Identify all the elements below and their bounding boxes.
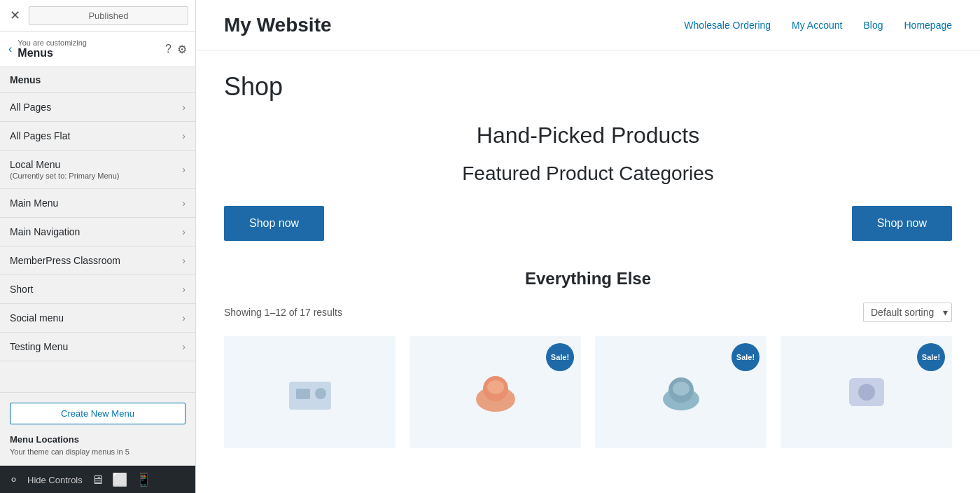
menu-item-social-menu[interactable]: Social menu › <box>0 304 195 333</box>
bottom-section: Create New Menu Menu Locations Your them… <box>0 392 195 466</box>
customizing-title: Menus <box>18 47 87 60</box>
menu-item-short[interactable]: Short › <box>0 275 195 304</box>
sale-badge: Sale! <box>546 343 574 371</box>
nav-link-homepage[interactable]: Homepage <box>904 20 953 31</box>
svg-point-2 <box>315 388 326 399</box>
shop-now-row: Shop now Shop now <box>224 206 952 241</box>
menu-locations-sub: Your theme can display menus in 5 <box>10 447 186 456</box>
nav-link-blog[interactable]: Blog <box>863 20 883 31</box>
right-panel: My Website Wholesale OrderingMy AccountB… <box>196 0 980 493</box>
chevron-right-icon: › <box>182 102 186 113</box>
menu-item-sub: (Currently set to: Primary Menu) <box>10 172 119 180</box>
chevron-right-icon: › <box>182 312 186 324</box>
product-card: Sale! <box>410 336 581 448</box>
menu-item-local-menu[interactable]: Local Menu (Currently set to: Primary Me… <box>0 151 195 189</box>
tablet-view-button[interactable]: ⬜ <box>112 472 127 487</box>
product-image <box>653 364 709 420</box>
menu-item-memberpress-classroom[interactable]: MemberPress Classroom › <box>0 246 195 275</box>
menu-item-label: Short <box>10 284 33 295</box>
create-new-menu-button[interactable]: Create New Menu <box>10 403 186 424</box>
menu-item-label: MemberPress Classroom <box>10 255 120 266</box>
featured-title: Featured Product Categories <box>224 162 952 185</box>
product-grid: Sale! Sale! Sale! <box>224 336 952 448</box>
mobile-view-button[interactable]: 📱 <box>136 472 151 487</box>
published-button[interactable]: Published <box>29 6 188 25</box>
site-title: My Website <box>224 14 332 36</box>
site-nav: Wholesale OrderingMy AccountBlogHomepage <box>684 20 952 31</box>
nav-link-wholesale[interactable]: Wholesale Ordering <box>684 20 771 31</box>
sale-badge: Sale! <box>732 343 760 371</box>
svg-point-10 <box>858 384 875 401</box>
menu-item-main-navigation[interactable]: Main Navigation › <box>0 218 195 246</box>
everything-else-title: Everything Else <box>224 269 952 289</box>
site-header: My Website Wholesale OrderingMy AccountB… <box>196 0 980 51</box>
menu-item-testing-menu[interactable]: Testing Menu › <box>0 333 195 361</box>
menus-heading: Menus <box>0 67 195 93</box>
menu-item-label: All Pages Flat <box>10 130 70 141</box>
close-button[interactable]: ✕ <box>7 5 23 26</box>
menu-item-label: Local Menu <box>10 159 119 170</box>
menu-item-all-pages-flat[interactable]: All Pages Flat › <box>0 122 195 151</box>
hide-controls-toggle[interactable]: ⚬ <box>8 472 19 487</box>
menu-item-label: Social menu <box>10 312 64 324</box>
customizing-icons: ? ⚙ <box>165 43 187 56</box>
shop-now-left-button[interactable]: Shop now <box>224 206 324 241</box>
sort-wrapper: Default sorting ▾ <box>863 303 952 322</box>
product-image <box>839 364 895 420</box>
chevron-right-icon: › <box>182 130 186 141</box>
back-button[interactable]: ‹ <box>8 43 12 55</box>
shop-title: Shop <box>224 72 952 102</box>
product-image <box>282 364 338 420</box>
menu-list: All Pages › All Pages Flat › Local Menu … <box>0 93 195 392</box>
customizing-header: ‹ You are customizing Menus ? ⚙ <box>0 32 195 67</box>
product-image <box>468 364 524 420</box>
chevron-right-icon: › <box>182 255 186 266</box>
product-card: Sale! <box>780 336 952 448</box>
desktop-view-button[interactable]: 🖥 <box>91 473 104 487</box>
hide-controls-label: Hide Controls <box>27 475 83 485</box>
product-card: Sale! <box>595 336 766 448</box>
settings-icon-button[interactable]: ⚙ <box>177 43 187 56</box>
nav-link-my-account[interactable]: My Account <box>792 20 842 31</box>
menu-item-label: Testing Menu <box>10 341 68 352</box>
menu-item-label: Main Navigation <box>10 226 80 237</box>
left-panel: ✕ Published ‹ You are customizing Menus … <box>0 0 196 493</box>
customizing-label: You are customizing <box>18 39 87 47</box>
menu-item-label: All Pages <box>10 102 51 113</box>
svg-point-8 <box>673 382 690 396</box>
customizing-left: ‹ You are customizing Menus <box>8 39 87 60</box>
sort-select[interactable]: Default sorting <box>863 303 952 322</box>
sale-badge: Sale! <box>917 343 945 371</box>
chevron-right-icon: › <box>182 164 186 175</box>
results-text: Showing 1–12 of 17 results <box>224 307 342 318</box>
customizing-info: You are customizing Menus <box>18 39 87 60</box>
chevron-right-icon: › <box>182 284 186 295</box>
chevron-right-icon: › <box>182 197 186 209</box>
product-card <box>224 336 396 448</box>
chevron-right-icon: › <box>182 226 186 237</box>
shop-now-right-button[interactable]: Shop now <box>852 206 952 241</box>
hide-controls-button[interactable]: Hide Controls <box>27 475 83 485</box>
results-row: Showing 1–12 of 17 results Default sorti… <box>224 303 952 322</box>
svg-rect-1 <box>296 389 310 399</box>
hand-picked-title: Hand-Picked Products <box>224 123 952 148</box>
svg-point-5 <box>487 380 504 394</box>
menu-item-main-menu[interactable]: Main Menu › <box>0 189 195 218</box>
main-content: Shop Hand-Picked Products Featured Produ… <box>196 51 980 469</box>
menu-item-label: Main Menu <box>10 197 58 209</box>
menu-locations-heading: Menu Locations <box>10 434 186 445</box>
footer-controls: ⚬ Hide Controls 🖥 ⬜ 📱 <box>0 466 195 493</box>
chevron-right-icon: › <box>182 341 186 352</box>
help-icon-button[interactable]: ? <box>165 43 172 55</box>
top-bar: ✕ Published <box>0 0 195 32</box>
menu-item-all-pages[interactable]: All Pages › <box>0 93 195 122</box>
